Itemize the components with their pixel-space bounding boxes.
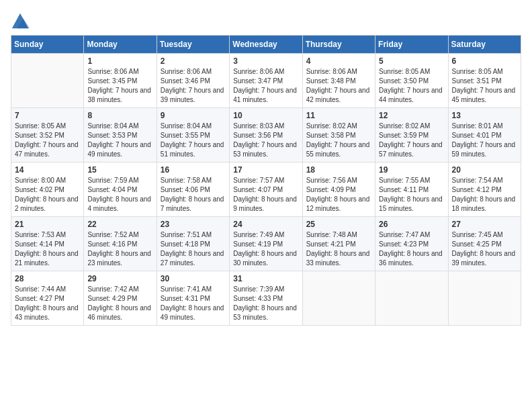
weekday-header-row: SundayMondayTuesdayWednesdayThursdayFrid… (11, 36, 521, 54)
day-number: 21 (15, 220, 80, 229)
day-info: Sunrise: 7:52 AMSunset: 4:16 PMDaylight:… (87, 230, 152, 268)
day-info: Sunrise: 8:06 AMSunset: 3:45 PMDaylight:… (87, 67, 152, 105)
calendar-cell: 14Sunrise: 8:00 AMSunset: 4:02 PMDayligh… (11, 163, 84, 217)
calendar-week-row: 21Sunrise: 7:53 AMSunset: 4:14 PMDayligh… (11, 217, 521, 271)
day-number: 24 (233, 220, 298, 229)
day-number: 11 (306, 111, 371, 120)
day-number: 14 (15, 165, 80, 175)
day-info: Sunrise: 8:05 AMSunset: 3:52 PMDaylight:… (15, 122, 80, 159)
day-number: 1 (87, 56, 152, 66)
weekday-header: Friday (375, 36, 448, 54)
calendar-cell: 4Sunrise: 8:06 AMSunset: 3:48 PMDaylight… (302, 54, 375, 108)
day-number: 3 (233, 56, 298, 66)
calendar-cell: 13Sunrise: 8:01 AMSunset: 4:01 PMDayligh… (448, 108, 521, 163)
day-info: Sunrise: 8:02 AMSunset: 3:59 PMDaylight:… (379, 122, 444, 159)
calendar-cell: 18Sunrise: 7:56 AMSunset: 4:09 PMDayligh… (302, 163, 375, 217)
logo (11, 11, 32, 30)
calendar-cell (11, 54, 84, 108)
calendar-week-row: 28Sunrise: 7:44 AMSunset: 4:27 PMDayligh… (11, 271, 521, 326)
day-info: Sunrise: 8:05 AMSunset: 3:51 PMDaylight:… (452, 67, 517, 105)
page-header (11, 11, 521, 30)
day-number: 6 (452, 56, 517, 66)
calendar-cell: 24Sunrise: 7:49 AMSunset: 4:19 PMDayligh… (230, 217, 302, 271)
day-info: Sunrise: 7:42 AMSunset: 4:29 PMDaylight:… (87, 285, 152, 322)
day-info: Sunrise: 7:48 AMSunset: 4:21 PMDaylight:… (306, 230, 371, 268)
calendar-cell (302, 271, 375, 326)
calendar-table: SundayMondayTuesdayWednesdayThursdayFrid… (11, 35, 521, 326)
day-info: Sunrise: 8:05 AMSunset: 3:50 PMDaylight:… (379, 67, 444, 105)
day-info: Sunrise: 7:49 AMSunset: 4:19 PMDaylight:… (233, 230, 298, 268)
calendar-cell: 20Sunrise: 7:54 AMSunset: 4:12 PMDayligh… (448, 163, 521, 217)
day-info: Sunrise: 7:55 AMSunset: 4:11 PMDaylight:… (379, 176, 444, 214)
day-info: Sunrise: 7:58 AMSunset: 4:06 PMDaylight:… (161, 176, 226, 214)
day-info: Sunrise: 8:00 AMSunset: 4:02 PMDaylight:… (15, 176, 80, 214)
calendar-cell: 28Sunrise: 7:44 AMSunset: 4:27 PMDayligh… (11, 271, 84, 326)
day-info: Sunrise: 8:04 AMSunset: 3:55 PMDaylight:… (161, 122, 226, 159)
calendar-cell: 5Sunrise: 8:05 AMSunset: 3:50 PMDaylight… (375, 54, 448, 108)
day-number: 4 (306, 56, 371, 66)
day-number: 26 (379, 220, 444, 229)
day-number: 30 (161, 274, 226, 283)
day-number: 27 (452, 220, 517, 229)
day-info: Sunrise: 7:59 AMSunset: 4:04 PMDaylight:… (87, 176, 152, 214)
calendar-week-row: 1Sunrise: 8:06 AMSunset: 3:45 PMDaylight… (11, 54, 521, 108)
calendar-cell: 30Sunrise: 7:41 AMSunset: 4:31 PMDayligh… (157, 271, 229, 326)
day-info: Sunrise: 8:04 AMSunset: 3:53 PMDaylight:… (87, 122, 152, 159)
day-number: 10 (233, 111, 298, 120)
calendar-cell (375, 271, 448, 326)
logo-icon (11, 11, 30, 30)
day-info: Sunrise: 7:57 AMSunset: 4:07 PMDaylight:… (233, 176, 298, 214)
day-number: 29 (87, 274, 152, 283)
day-number: 7 (15, 111, 80, 120)
calendar-cell: 16Sunrise: 7:58 AMSunset: 4:06 PMDayligh… (157, 163, 229, 217)
day-number: 2 (161, 56, 226, 66)
weekday-header: Wednesday (230, 36, 302, 54)
day-number: 9 (161, 111, 226, 120)
day-info: Sunrise: 7:39 AMSunset: 4:33 PMDaylight:… (233, 285, 298, 322)
weekday-header: Thursday (302, 36, 375, 54)
day-number: 8 (87, 111, 152, 120)
day-info: Sunrise: 7:53 AMSunset: 4:14 PMDaylight:… (15, 230, 80, 268)
calendar-cell: 19Sunrise: 7:55 AMSunset: 4:11 PMDayligh… (375, 163, 448, 217)
day-number: 25 (306, 220, 371, 229)
calendar-cell (448, 271, 521, 326)
calendar-cell: 3Sunrise: 8:06 AMSunset: 3:47 PMDaylight… (230, 54, 302, 108)
day-number: 17 (233, 165, 298, 175)
calendar-cell: 22Sunrise: 7:52 AMSunset: 4:16 PMDayligh… (84, 217, 157, 271)
calendar-cell: 10Sunrise: 8:03 AMSunset: 3:56 PMDayligh… (230, 108, 302, 163)
day-number: 31 (233, 274, 298, 283)
day-number: 16 (161, 165, 226, 175)
calendar-cell: 12Sunrise: 8:02 AMSunset: 3:59 PMDayligh… (375, 108, 448, 163)
day-number: 28 (15, 274, 80, 283)
day-info: Sunrise: 8:06 AMSunset: 3:48 PMDaylight:… (306, 67, 371, 105)
calendar-cell: 11Sunrise: 8:02 AMSunset: 3:58 PMDayligh… (302, 108, 375, 163)
day-info: Sunrise: 8:06 AMSunset: 3:46 PMDaylight:… (161, 67, 226, 105)
weekday-header: Monday (84, 36, 157, 54)
day-number: 5 (379, 56, 444, 66)
calendar-cell: 1Sunrise: 8:06 AMSunset: 3:45 PMDaylight… (84, 54, 157, 108)
calendar-cell: 8Sunrise: 8:04 AMSunset: 3:53 PMDaylight… (84, 108, 157, 163)
day-number: 23 (161, 220, 226, 229)
day-number: 12 (379, 111, 444, 120)
day-number: 20 (452, 165, 517, 175)
calendar-week-row: 7Sunrise: 8:05 AMSunset: 3:52 PMDaylight… (11, 108, 521, 163)
weekday-header: Tuesday (157, 36, 229, 54)
calendar-cell: 7Sunrise: 8:05 AMSunset: 3:52 PMDaylight… (11, 108, 84, 163)
day-number: 18 (306, 165, 371, 175)
day-number: 13 (452, 111, 517, 120)
calendar-week-row: 14Sunrise: 8:00 AMSunset: 4:02 PMDayligh… (11, 163, 521, 217)
day-info: Sunrise: 8:03 AMSunset: 3:56 PMDaylight:… (233, 122, 298, 159)
calendar-cell: 21Sunrise: 7:53 AMSunset: 4:14 PMDayligh… (11, 217, 84, 271)
calendar-cell: 26Sunrise: 7:47 AMSunset: 4:23 PMDayligh… (375, 217, 448, 271)
calendar-cell: 9Sunrise: 8:04 AMSunset: 3:55 PMDaylight… (157, 108, 229, 163)
calendar-cell: 15Sunrise: 7:59 AMSunset: 4:04 PMDayligh… (84, 163, 157, 217)
day-info: Sunrise: 7:54 AMSunset: 4:12 PMDaylight:… (452, 176, 517, 214)
day-info: Sunrise: 7:45 AMSunset: 4:25 PMDaylight:… (452, 230, 517, 268)
calendar-cell: 27Sunrise: 7:45 AMSunset: 4:25 PMDayligh… (448, 217, 521, 271)
calendar-cell: 2Sunrise: 8:06 AMSunset: 3:46 PMDaylight… (157, 54, 229, 108)
day-info: Sunrise: 8:02 AMSunset: 3:58 PMDaylight:… (306, 122, 371, 159)
day-info: Sunrise: 7:51 AMSunset: 4:18 PMDaylight:… (161, 230, 226, 268)
calendar-cell: 17Sunrise: 7:57 AMSunset: 4:07 PMDayligh… (230, 163, 302, 217)
day-info: Sunrise: 7:41 AMSunset: 4:31 PMDaylight:… (161, 285, 226, 322)
day-info: Sunrise: 8:06 AMSunset: 3:47 PMDaylight:… (233, 67, 298, 105)
